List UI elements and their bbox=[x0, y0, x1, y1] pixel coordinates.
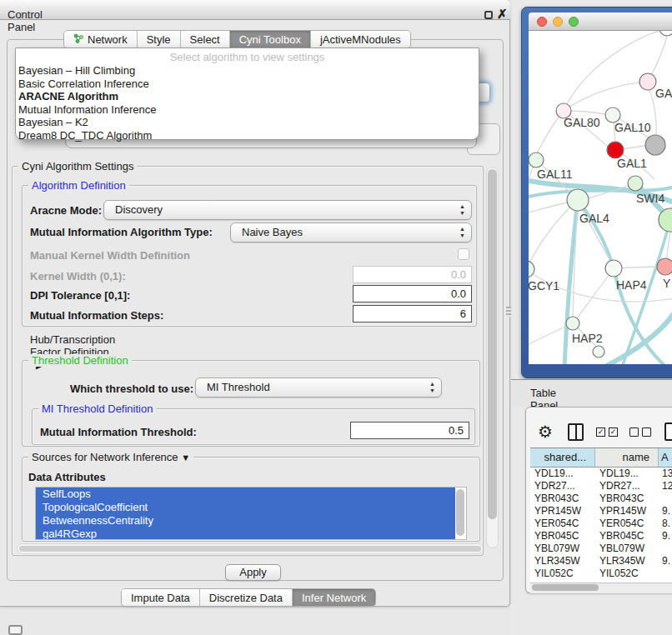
table-cell bbox=[659, 492, 672, 505]
stepper-icon: ▲▼ bbox=[429, 381, 435, 394]
table-row[interactable]: YPR145WYPR145W9. bbox=[530, 505, 672, 518]
table-hscrollbar-thumb[interactable] bbox=[532, 584, 599, 591]
tab-network[interactable]: Network bbox=[64, 31, 138, 48]
algorithm-dropdown-popup: Select algorithm to view settings Bayesi… bbox=[15, 48, 479, 140]
dropdown-item-bayesian-hill-climbing[interactable]: Bayesian – Hill Climbing bbox=[16, 64, 479, 78]
select-all-checkbox-icon-2[interactable]: ✓ bbox=[609, 428, 618, 437]
tab-select[interactable]: Select bbox=[181, 31, 230, 48]
network-node-gal[interactable] bbox=[639, 73, 656, 90]
table-cell: YPR145W bbox=[595, 505, 659, 518]
network-node-gal4[interactable] bbox=[567, 189, 589, 211]
tab-label: Cyni Toolbox bbox=[239, 33, 301, 46]
network-canvas[interactable]: GALGAL80GAL10GAL1GAL11SWI4GAL4GCY1HAP4YH… bbox=[529, 31, 672, 364]
tab-infer-network[interactable]: Infer Network bbox=[293, 589, 375, 606]
kernel-width-field[interactable]: 0.0 bbox=[353, 266, 472, 283]
which-threshold-combo[interactable]: MI Threshold ▲▼ bbox=[195, 378, 442, 398]
network-node-label: GAL11 bbox=[537, 168, 573, 181]
minimized-panel-icon[interactable] bbox=[8, 625, 23, 635]
zoom-traffic-light[interactable] bbox=[569, 17, 579, 27]
table-cell: 13 bbox=[659, 468, 672, 480]
settings-vscrollbar-thumb[interactable] bbox=[488, 169, 497, 519]
network-window-titlebar[interactable] bbox=[529, 12, 672, 31]
tab-style[interactable]: Style bbox=[138, 31, 181, 48]
dropdown-item-basic-correlation-inference[interactable]: Basic Correlation Inference bbox=[16, 78, 479, 91]
dpi-tolerance-label: DPI Tolerance [0,1]: bbox=[30, 289, 130, 302]
mi-steps-field[interactable]: 6 bbox=[353, 305, 472, 322]
table-cell: YDR27... bbox=[530, 480, 595, 492]
attribute-item-gal4rgexp[interactable]: gal4RGexp bbox=[36, 528, 455, 540]
attribute-item-betweennesscentrality[interactable]: BetweennessCentrality bbox=[36, 514, 455, 528]
group-title: Algorithm Definition bbox=[28, 179, 129, 192]
aracne-mode-combo[interactable]: Discovery ▲▼ bbox=[103, 200, 472, 220]
group-title: Threshold Definition bbox=[28, 354, 132, 367]
apply-button[interactable]: Apply bbox=[225, 564, 281, 581]
tab-cyni-toolbox[interactable]: Cyni Toolbox bbox=[230, 31, 311, 48]
data-attributes-list[interactable]: SelfLoopsTopologicalCoefficientBetweenne… bbox=[35, 487, 467, 540]
panel-splitter-grip[interactable] bbox=[506, 307, 511, 317]
table-cell: YBR043C bbox=[530, 492, 595, 505]
attribute-item-selfloops[interactable]: SelfLoops bbox=[36, 488, 455, 501]
table-row[interactable]: YBR043CYBR043C bbox=[530, 492, 672, 505]
table-cell: YIL052C bbox=[595, 568, 659, 580]
group-title: Sources for Network Inference ▼ bbox=[28, 451, 193, 463]
aracne-mode-value: Discovery bbox=[115, 203, 163, 216]
network-node-gal1[interactable] bbox=[607, 142, 624, 158]
mi-threshold-field[interactable]: 0.5 bbox=[350, 422, 469, 439]
dropdown-item-dream8-dc-tdc-algorithm[interactable]: Dream8 DC_TDC Algorithm bbox=[16, 129, 479, 142]
network-node[interactable] bbox=[645, 135, 665, 155]
gear-icon[interactable]: ⚙ bbox=[538, 422, 553, 442]
tab-jactivemnodules[interactable]: jActiveMNodules bbox=[311, 31, 410, 48]
network-node-y[interactable] bbox=[657, 258, 672, 275]
table-cell: YDR27... bbox=[595, 480, 659, 492]
which-threshold-value: MI Threshold bbox=[207, 381, 270, 393]
table-row[interactable]: YBL079WYBL079W bbox=[530, 542, 672, 555]
network-node-gal11[interactable] bbox=[529, 152, 544, 168]
dropdown-item-bayesian-k2[interactable]: Bayesian – K2 bbox=[16, 116, 479, 129]
close-traffic-light[interactable] bbox=[537, 17, 547, 27]
table-row[interactable]: YIL052CYIL052C bbox=[530, 568, 672, 580]
tab-impute-data[interactable]: Impute Data bbox=[122, 589, 200, 606]
mi-type-combo[interactable]: Naive Bayes ▲▼ bbox=[230, 222, 472, 242]
manual-kernel-checkbox[interactable] bbox=[458, 248, 469, 260]
aracne-mode-label: Aracne Mode: bbox=[30, 204, 102, 217]
collapse-down-icon[interactable]: ▼ bbox=[181, 452, 190, 462]
column-header-name[interactable]: name bbox=[595, 448, 659, 468]
table-row[interactable]: YLR345WYLR345W9. bbox=[530, 555, 672, 568]
float-panel-icon[interactable] bbox=[484, 11, 493, 19]
network-node-swi4[interactable] bbox=[628, 176, 643, 191]
column-header-a[interactable]: A bbox=[659, 448, 672, 468]
table-row[interactable]: YDR27...YDR27...12 bbox=[530, 480, 672, 492]
table-cell: YPR145W bbox=[530, 505, 595, 518]
network-node-hap2[interactable] bbox=[566, 317, 579, 330]
table-cell: YBR043C bbox=[595, 492, 659, 505]
select-all-checkbox-icon[interactable]: ✓ bbox=[596, 428, 605, 437]
table-cell: YBR045C bbox=[595, 530, 659, 542]
column-header-shared-[interactable]: shared... bbox=[530, 448, 595, 468]
network-node-hap4[interactable] bbox=[605, 260, 622, 277]
dropdown-item-aracne-algorithm[interactable]: ARACNE Algorithm bbox=[16, 90, 479, 103]
split-columns-icon[interactable] bbox=[568, 423, 584, 441]
new-table-icon[interactable] bbox=[664, 422, 672, 441]
table-cell: YIL052C bbox=[530, 568, 595, 580]
table-row[interactable]: YER054CYER054C8. bbox=[530, 518, 672, 530]
attr-list-vscrollbar-thumb[interactable] bbox=[456, 489, 464, 536]
network-node[interactable] bbox=[659, 31, 672, 36]
dpi-tolerance-field[interactable]: 0.0 bbox=[353, 285, 472, 302]
tab-discretize-data[interactable]: Discretize Data bbox=[200, 589, 293, 606]
kernel-width-label: Kernel Width (0,1): bbox=[30, 270, 126, 282]
network-node[interactable] bbox=[593, 346, 604, 358]
deselect-checkbox-icon[interactable] bbox=[629, 428, 639, 437]
tab-label: Impute Data bbox=[131, 592, 190, 604]
stepper-icon: ▲▼ bbox=[459, 203, 465, 217]
close-icon[interactable]: ✗ bbox=[497, 7, 508, 22]
network-node-label: HAP2 bbox=[572, 332, 603, 345]
minimize-traffic-light[interactable] bbox=[553, 17, 563, 27]
dropdown-item-mutual-information-inference[interactable]: Mutual Information Inference bbox=[16, 103, 479, 117]
table-cell: YER054C bbox=[595, 518, 659, 530]
table-row[interactable]: YDL19...YDL19...13 bbox=[530, 468, 672, 480]
table-row[interactable]: YBR045CYBR045C9. bbox=[530, 530, 672, 542]
attribute-item-topologicalcoefficient[interactable]: TopologicalCoefficient bbox=[36, 501, 455, 514]
mi-steps-label: Mutual Information Steps: bbox=[30, 309, 163, 322]
tab-label: Discretize Data bbox=[209, 592, 283, 604]
deselect-checkbox-icon-2[interactable] bbox=[642, 428, 651, 437]
